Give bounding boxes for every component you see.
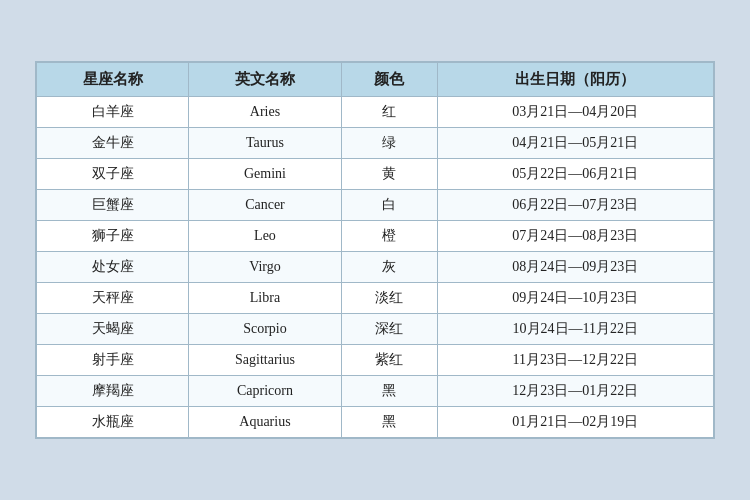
header-color: 颜色 xyxy=(341,63,437,97)
table-row: 金牛座Taurus绿04月21日—05月21日 xyxy=(37,128,714,159)
cell-dates: 03月21日—04月20日 xyxy=(437,97,713,128)
cell-color: 深红 xyxy=(341,314,437,345)
cell-dates: 01月21日—02月19日 xyxy=(437,407,713,438)
header-chinese-name: 星座名称 xyxy=(37,63,189,97)
table-row: 摩羯座Capricorn黑12月23日—01月22日 xyxy=(37,376,714,407)
cell-english-name: Aquarius xyxy=(189,407,341,438)
cell-english-name: Cancer xyxy=(189,190,341,221)
table-row: 天蝎座Scorpio深红10月24日—11月22日 xyxy=(37,314,714,345)
table-row: 射手座Sagittarius紫红11月23日—12月22日 xyxy=(37,345,714,376)
table-row: 白羊座Aries红03月21日—04月20日 xyxy=(37,97,714,128)
cell-chinese-name: 天蝎座 xyxy=(37,314,189,345)
cell-dates: 11月23日—12月22日 xyxy=(437,345,713,376)
cell-dates: 10月24日—11月22日 xyxy=(437,314,713,345)
cell-color: 灰 xyxy=(341,252,437,283)
table-row: 水瓶座Aquarius黑01月21日—02月19日 xyxy=(37,407,714,438)
cell-dates: 08月24日—09月23日 xyxy=(437,252,713,283)
cell-color: 白 xyxy=(341,190,437,221)
table-row: 处女座Virgo灰08月24日—09月23日 xyxy=(37,252,714,283)
cell-color: 红 xyxy=(341,97,437,128)
cell-chinese-name: 金牛座 xyxy=(37,128,189,159)
cell-english-name: Scorpio xyxy=(189,314,341,345)
cell-chinese-name: 白羊座 xyxy=(37,97,189,128)
header-dates: 出生日期（阳历） xyxy=(437,63,713,97)
table-header-row: 星座名称 英文名称 颜色 出生日期（阳历） xyxy=(37,63,714,97)
cell-color: 黑 xyxy=(341,376,437,407)
cell-dates: 07月24日—08月23日 xyxy=(437,221,713,252)
cell-dates: 05月22日—06月21日 xyxy=(437,159,713,190)
cell-english-name: Virgo xyxy=(189,252,341,283)
cell-english-name: Aries xyxy=(189,97,341,128)
cell-chinese-name: 双子座 xyxy=(37,159,189,190)
cell-english-name: Sagittarius xyxy=(189,345,341,376)
cell-color: 淡红 xyxy=(341,283,437,314)
cell-dates: 06月22日—07月23日 xyxy=(437,190,713,221)
cell-english-name: Taurus xyxy=(189,128,341,159)
cell-chinese-name: 天秤座 xyxy=(37,283,189,314)
table-body: 白羊座Aries红03月21日—04月20日金牛座Taurus绿04月21日—0… xyxy=(37,97,714,438)
header-english-name: 英文名称 xyxy=(189,63,341,97)
cell-dates: 12月23日—01月22日 xyxy=(437,376,713,407)
cell-chinese-name: 摩羯座 xyxy=(37,376,189,407)
cell-color: 黄 xyxy=(341,159,437,190)
cell-english-name: Leo xyxy=(189,221,341,252)
cell-chinese-name: 巨蟹座 xyxy=(37,190,189,221)
cell-english-name: Capricorn xyxy=(189,376,341,407)
table-row: 双子座Gemini黄05月22日—06月21日 xyxy=(37,159,714,190)
cell-english-name: Gemini xyxy=(189,159,341,190)
cell-color: 橙 xyxy=(341,221,437,252)
zodiac-table-container: 星座名称 英文名称 颜色 出生日期（阳历） 白羊座Aries红03月21日—04… xyxy=(35,61,715,439)
cell-chinese-name: 狮子座 xyxy=(37,221,189,252)
cell-dates: 04月21日—05月21日 xyxy=(437,128,713,159)
table-row: 狮子座Leo橙07月24日—08月23日 xyxy=(37,221,714,252)
table-row: 巨蟹座Cancer白06月22日—07月23日 xyxy=(37,190,714,221)
cell-dates: 09月24日—10月23日 xyxy=(437,283,713,314)
cell-color: 紫红 xyxy=(341,345,437,376)
zodiac-table: 星座名称 英文名称 颜色 出生日期（阳历） 白羊座Aries红03月21日—04… xyxy=(36,62,714,438)
cell-chinese-name: 处女座 xyxy=(37,252,189,283)
table-row: 天秤座Libra淡红09月24日—10月23日 xyxy=(37,283,714,314)
cell-chinese-name: 射手座 xyxy=(37,345,189,376)
cell-color: 绿 xyxy=(341,128,437,159)
cell-english-name: Libra xyxy=(189,283,341,314)
cell-color: 黑 xyxy=(341,407,437,438)
cell-chinese-name: 水瓶座 xyxy=(37,407,189,438)
